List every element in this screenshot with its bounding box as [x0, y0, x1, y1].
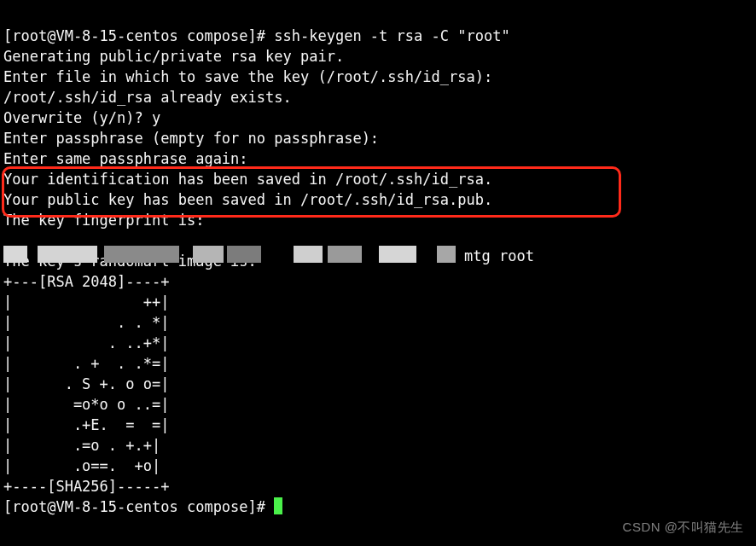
censor-block — [328, 246, 362, 263]
randomart-line: | .+E. = =| — [3, 416, 169, 433]
censor-block — [104, 246, 179, 263]
censor-block — [193, 246, 224, 263]
randomart-line: | . S +. o o=| — [3, 375, 169, 392]
shell-prompt: [root@VM-8-15-centos compose]# — [3, 498, 274, 515]
output-line: Enter passphrase (empty for no passphras… — [3, 130, 379, 147]
censor-block — [38, 246, 97, 263]
output-line-saved-id: Your identification has been saved in /r… — [3, 171, 492, 188]
cursor[interactable] — [274, 497, 282, 514]
randomart-line: +----[SHA256]-----+ — [3, 478, 169, 495]
censor-block — [3, 246, 27, 263]
randomart-line: | ++| — [3, 293, 169, 311]
randomart-line: +---[RSA 2048]----+ — [3, 273, 169, 290]
output-line: /root/.ssh/id_rsa already exists. — [3, 89, 292, 106]
randomart-line: | . ..+*| — [3, 334, 169, 351]
censor-block — [227, 246, 261, 263]
censor-block — [379, 246, 416, 263]
command-text: ssh-keygen -t rsa -C "root" — [274, 27, 509, 44]
randomart-line: | .o==. +o| — [3, 457, 160, 474]
output-line: Generating public/private rsa key pair. — [3, 48, 344, 65]
randomart-line: | =o*o o ..=| — [3, 396, 169, 413]
censor-block — [437, 246, 456, 263]
output-line: Enter file in which to save the key (/ro… — [3, 68, 492, 85]
randomart-line: | . + . .*=| — [3, 355, 169, 372]
censor-block — [294, 246, 323, 263]
randomart-line: | .=o . +.+| — [3, 437, 160, 454]
shell-prompt: [root@VM-8-15-centos compose]# — [3, 27, 274, 44]
output-line: The key fingerprint is: — [3, 212, 204, 229]
fingerprint-suffix: mtg root — [464, 246, 534, 266]
censored-fingerprint — [3, 244, 464, 264]
watermark: CSDN @不叫猫先生 — [623, 517, 744, 537]
randomart-line: | . . *| — [3, 314, 169, 331]
output-line: Enter same passphrase again: — [3, 150, 248, 167]
output-line-saved-pub: Your public key has been saved in /root/… — [3, 191, 492, 208]
output-line: Overwrite (y/n)? y — [3, 109, 160, 126]
